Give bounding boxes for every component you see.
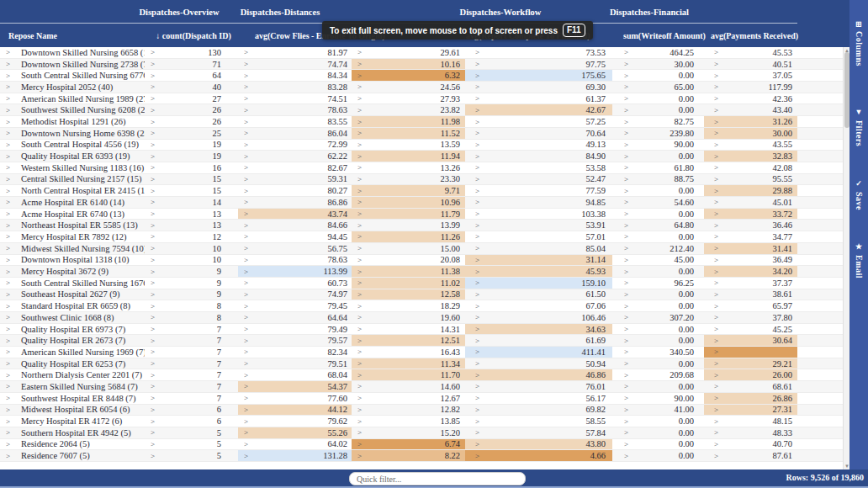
expand-chevron-icon[interactable]: > xyxy=(624,233,628,241)
sidebar-item-filters[interactable]: ▼ Filters xyxy=(849,108,868,146)
expand-chevron-icon[interactable]: > xyxy=(357,164,362,172)
expand-chevron-icon[interactable]: > xyxy=(244,314,248,321)
expand-chevron-icon[interactable]: > xyxy=(6,290,10,298)
expand-chevron-icon[interactable]: > xyxy=(357,130,362,137)
expand-chevron-icon[interactable]: > xyxy=(624,164,628,172)
expand-chevron-icon[interactable]: > xyxy=(357,279,362,287)
expand-chevron-icon[interactable]: > xyxy=(475,199,479,206)
expand-chevron-icon[interactable]: > xyxy=(357,49,362,56)
expand-chevron-icon[interactable]: > xyxy=(475,383,479,390)
expand-chevron-icon[interactable]: > xyxy=(624,187,628,194)
expand-chevron-icon[interactable]: > xyxy=(714,175,718,183)
expand-chevron-icon[interactable]: > xyxy=(6,371,10,379)
expand-chevron-icon[interactable]: > xyxy=(357,290,362,298)
expand-chevron-icon[interactable]: > xyxy=(6,245,10,252)
expand-chevron-icon[interactable]: > xyxy=(151,371,155,379)
expand-chevron-icon[interactable]: > xyxy=(6,233,10,241)
expand-chevron-icon[interactable]: > xyxy=(624,245,628,252)
expand-chevron-icon[interactable]: > xyxy=(624,314,628,321)
expand-chevron-icon[interactable]: > xyxy=(151,302,155,310)
expand-chevron-icon[interactable]: > xyxy=(244,175,248,183)
expand-chevron-icon[interactable]: > xyxy=(244,152,248,160)
expand-chevron-icon[interactable]: > xyxy=(475,417,479,425)
expand-chevron-icon[interactable]: > xyxy=(714,106,718,114)
expand-chevron-icon[interactable]: > xyxy=(357,95,362,103)
expand-chevron-icon[interactable]: > xyxy=(714,429,718,437)
expand-chevron-icon[interactable]: > xyxy=(714,360,718,368)
expand-chevron-icon[interactable]: > xyxy=(624,83,628,91)
expand-chevron-icon[interactable]: > xyxy=(714,314,718,321)
expand-chevron-icon[interactable]: > xyxy=(357,383,362,390)
expand-chevron-icon[interactable]: > xyxy=(624,279,628,287)
expand-chevron-icon[interactable]: > xyxy=(151,61,155,68)
expand-chevron-icon[interactable]: > xyxy=(475,83,479,91)
expand-chevron-icon[interactable]: > xyxy=(151,164,155,172)
expand-chevron-icon[interactable]: > xyxy=(151,395,155,402)
expand-chevron-icon[interactable]: > xyxy=(624,395,628,402)
expand-chevron-icon[interactable]: > xyxy=(357,417,362,425)
expand-chevron-icon[interactable]: > xyxy=(357,187,362,194)
expand-chevron-icon[interactable]: > xyxy=(6,130,10,137)
expand-chevron-icon[interactable]: > xyxy=(714,383,718,390)
expand-chevron-icon[interactable]: > xyxy=(151,337,155,344)
expand-chevron-icon[interactable]: > xyxy=(475,61,479,68)
expand-chevron-icon[interactable]: > xyxy=(6,429,10,437)
expand-chevron-icon[interactable]: > xyxy=(6,440,10,448)
expand-chevron-icon[interactable]: > xyxy=(475,118,479,125)
expand-chevron-icon[interactable]: > xyxy=(6,49,10,56)
expand-chevron-icon[interactable]: > xyxy=(624,360,628,368)
expand-chevron-icon[interactable]: > xyxy=(6,72,10,79)
expand-chevron-icon[interactable]: > xyxy=(624,371,628,379)
expand-chevron-icon[interactable]: > xyxy=(624,61,628,68)
col-header-repose-name[interactable]: Repose Name xyxy=(8,31,57,40)
expand-chevron-icon[interactable]: > xyxy=(357,233,362,241)
expand-chevron-icon[interactable]: > xyxy=(244,290,248,298)
expand-chevron-icon[interactable]: > xyxy=(624,141,628,148)
expand-chevron-icon[interactable]: > xyxy=(357,371,362,379)
expand-chevron-icon[interactable]: > xyxy=(624,72,628,79)
expand-chevron-icon[interactable]: > xyxy=(244,268,248,275)
expand-chevron-icon[interactable]: > xyxy=(714,302,718,310)
expand-chevron-icon[interactable]: > xyxy=(624,118,628,125)
expand-chevron-icon[interactable]: > xyxy=(475,302,479,310)
expand-chevron-icon[interactable]: > xyxy=(244,49,248,56)
expand-chevron-icon[interactable]: > xyxy=(151,199,155,206)
expand-chevron-icon[interactable]: > xyxy=(714,49,718,56)
expand-chevron-icon[interactable]: > xyxy=(151,452,155,459)
expand-chevron-icon[interactable]: > xyxy=(475,290,479,298)
expand-chevron-icon[interactable]: > xyxy=(714,395,718,402)
expand-chevron-icon[interactable]: > xyxy=(475,187,479,194)
expand-chevron-icon[interactable]: > xyxy=(475,314,479,321)
expand-chevron-icon[interactable]: > xyxy=(475,337,479,344)
expand-chevron-icon[interactable]: > xyxy=(357,175,362,183)
expand-chevron-icon[interactable]: > xyxy=(475,452,479,459)
expand-chevron-icon[interactable]: > xyxy=(357,221,362,229)
expand-chevron-icon[interactable]: > xyxy=(151,383,155,390)
expand-chevron-icon[interactable]: > xyxy=(151,279,155,287)
expand-chevron-icon[interactable]: > xyxy=(357,360,362,368)
expand-chevron-icon[interactable]: > xyxy=(475,406,479,413)
expand-chevron-icon[interactable]: > xyxy=(357,440,362,448)
expand-chevron-icon[interactable]: > xyxy=(244,210,248,218)
expand-chevron-icon[interactable]: > xyxy=(151,83,155,91)
expand-chevron-icon[interactable]: > xyxy=(624,210,628,218)
expand-chevron-icon[interactable]: > xyxy=(151,417,155,425)
expand-chevron-icon[interactable]: > xyxy=(244,83,248,91)
expand-chevron-icon[interactable]: > xyxy=(624,383,628,390)
expand-chevron-icon[interactable]: > xyxy=(6,152,10,160)
expand-chevron-icon[interactable]: > xyxy=(714,348,718,356)
expand-chevron-icon[interactable]: > xyxy=(244,326,248,333)
expand-chevron-icon[interactable]: > xyxy=(357,118,362,125)
expand-chevron-icon[interactable]: > xyxy=(151,429,155,437)
expand-chevron-icon[interactable]: > xyxy=(714,279,718,287)
expand-chevron-icon[interactable]: > xyxy=(6,106,10,114)
vertical-scrollbar[interactable]: ▲ ▼ xyxy=(843,47,849,469)
expand-chevron-icon[interactable]: > xyxy=(357,141,362,148)
expand-chevron-icon[interactable]: > xyxy=(714,371,718,379)
expand-chevron-icon[interactable]: > xyxy=(714,141,718,148)
expand-chevron-icon[interactable]: > xyxy=(6,348,10,356)
expand-chevron-icon[interactable]: > xyxy=(357,314,362,321)
expand-chevron-icon[interactable]: > xyxy=(357,406,362,413)
expand-chevron-icon[interactable]: > xyxy=(244,187,248,194)
expand-chevron-icon[interactable]: > xyxy=(244,199,248,206)
